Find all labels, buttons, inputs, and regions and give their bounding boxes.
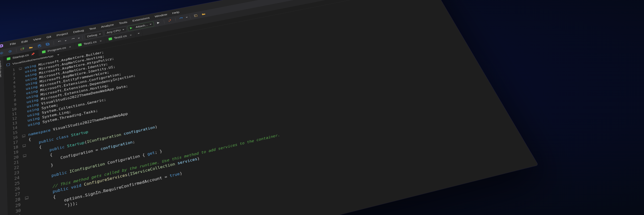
open-folder-button[interactable] bbox=[27, 44, 35, 51]
play-icon bbox=[130, 27, 133, 29]
menu-item-git[interactable]: Git bbox=[44, 34, 54, 40]
menu-item-edit[interactable]: Edit bbox=[19, 38, 30, 45]
chevron-down-icon bbox=[138, 33, 140, 34]
redo-split-icon[interactable] bbox=[78, 37, 80, 39]
close-icon[interactable]: × bbox=[69, 45, 71, 48]
ide-window: FileEditViewGitProjectDebugTestAnalyzeTo… bbox=[0, 0, 538, 215]
pin-icon[interactable]: 📌 bbox=[31, 52, 35, 56]
start-without-debug-button[interactable] bbox=[155, 20, 162, 26]
undo-split-icon[interactable] bbox=[65, 40, 67, 41]
nav-forward-button[interactable] bbox=[6, 48, 14, 55]
hot-reload-button[interactable] bbox=[166, 18, 174, 23]
server-explorer-tab[interactable]: Server Explorer bbox=[0, 59, 2, 79]
svg-rect-8 bbox=[195, 15, 197, 17]
csharp-file-icon bbox=[42, 50, 46, 53]
csharp-file-icon bbox=[108, 37, 112, 41]
attach-label: Attach... bbox=[135, 23, 148, 29]
chevron-down-icon[interactable] bbox=[186, 17, 188, 18]
csharp-project-icon bbox=[6, 63, 10, 66]
chevron-down-icon[interactable] bbox=[57, 54, 59, 55]
solution-config-label: Debug bbox=[87, 33, 97, 38]
menu-item-help[interactable]: Help bbox=[169, 9, 182, 16]
save-button[interactable] bbox=[36, 43, 43, 49]
solution-platform-label: Any CPU bbox=[106, 29, 121, 34]
nav-back-button[interactable] bbox=[0, 50, 5, 56]
undo-button[interactable] bbox=[56, 39, 64, 45]
svg-rect-5 bbox=[23, 47, 24, 49]
open-file-button[interactable] bbox=[200, 11, 207, 17]
menu-item-test[interactable]: Test bbox=[87, 25, 99, 32]
new-project-button[interactable] bbox=[19, 46, 26, 52]
svg-point-3 bbox=[9, 50, 12, 53]
tab-label: Test1.cs bbox=[83, 40, 97, 46]
save-all-button[interactable] bbox=[44, 41, 51, 47]
close-icon[interactable]: × bbox=[129, 33, 132, 37]
redo-button[interactable] bbox=[69, 36, 77, 42]
csharp-file-icon bbox=[7, 57, 10, 60]
close-icon[interactable]: × bbox=[99, 39, 102, 42]
tab-label: Test2.cs bbox=[114, 34, 127, 40]
menu-item-file[interactable]: File bbox=[7, 41, 18, 47]
chevron-down-icon bbox=[99, 34, 101, 35]
csharp-file-icon bbox=[78, 43, 82, 46]
browser-refresh-button[interactable] bbox=[177, 15, 185, 21]
visual-studio-logo-icon bbox=[0, 43, 4, 49]
find-in-files-button[interactable] bbox=[192, 13, 200, 19]
play-outline-icon bbox=[157, 21, 160, 24]
chevron-down-icon bbox=[150, 24, 152, 25]
chevron-down-icon bbox=[122, 29, 124, 30]
svg-point-2 bbox=[0, 52, 3, 54]
